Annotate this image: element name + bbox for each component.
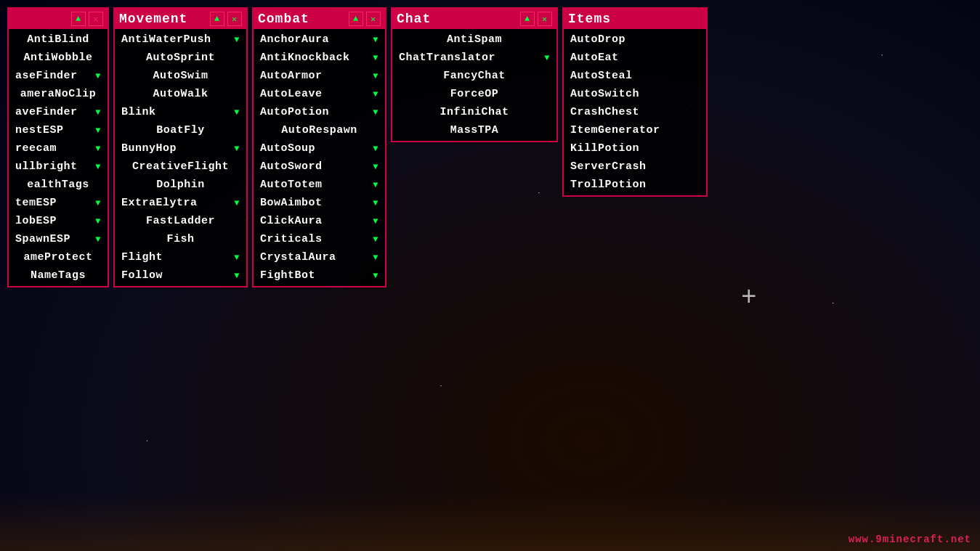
list-item[interactable]: SpawnESP▼ xyxy=(9,230,108,248)
list-item[interactable]: reecam▼ xyxy=(9,139,108,158)
list-item[interactable]: ClickAura▼ xyxy=(254,212,385,230)
list-item[interactable]: Fish xyxy=(115,230,246,248)
movement-title: Movement xyxy=(119,12,187,26)
items-body: AutoDrop AutoEat AutoSteal AutoSwitch Cr… xyxy=(564,29,706,195)
list-item[interactable]: BunnyHop▼ xyxy=(115,139,246,158)
list-item[interactable]: AutoWalk xyxy=(115,85,246,103)
list-item[interactable]: ameraNoClip xyxy=(9,85,108,103)
list-item[interactable]: FancyChat xyxy=(392,67,556,85)
list-item[interactable]: aseFinder▼ xyxy=(9,67,108,85)
list-item[interactable]: FastLadder xyxy=(115,212,246,230)
list-item[interactable]: AutoRespawn xyxy=(254,121,385,139)
list-item[interactable]: MassTPA xyxy=(392,121,556,139)
movement-panel: Movement ▲ ✕ AntiWaterPush▼ AutoSprint A… xyxy=(113,7,248,287)
list-item[interactable]: BowAimbot▼ xyxy=(254,194,385,212)
movement-header: Movement ▲ ✕ xyxy=(115,9,246,29)
list-item[interactable]: AntiKnockback▼ xyxy=(254,49,385,67)
list-item[interactable]: ServerCrash xyxy=(564,158,706,176)
list-item[interactable]: ExtraElytra▼ xyxy=(115,194,246,212)
combat-body: AnchorAura▼ AntiKnockback▼ AutoArmor▼ Au… xyxy=(254,29,385,286)
watermark: www.9minecraft.net xyxy=(849,534,971,545)
list-item[interactable]: AutoArmor▼ xyxy=(254,67,385,85)
list-item[interactable]: AutoSoup▼ xyxy=(254,139,385,158)
left-partial-body: AntiBlind AntiWobble aseFinder▼ ameraNoC… xyxy=(9,29,108,286)
list-item[interactable]: AutoSword▼ xyxy=(254,158,385,176)
list-item[interactable]: CreativeFlight xyxy=(115,158,246,176)
chat-body: AntiSpam ChatTranslator▼ FancyChat Force… xyxy=(392,29,556,141)
list-item[interactable]: Follow▼ xyxy=(115,266,246,285)
list-item[interactable]: BoatFly xyxy=(115,121,246,139)
movement-body: AntiWaterPush▼ AutoSprint AutoSwim AutoW… xyxy=(115,29,246,286)
movement-close-button[interactable]: ✕ xyxy=(227,12,242,26)
flight-item[interactable]: Flight▼ xyxy=(115,248,246,266)
items-panel: Items AutoDrop AutoEat AutoSteal AutoSwi… xyxy=(562,7,708,197)
list-item[interactable]: AutoDrop xyxy=(564,30,706,49)
list-item[interactable]: AntiBlind xyxy=(9,30,108,49)
list-item[interactable]: Criticals▼ xyxy=(254,230,385,248)
chat-close-button[interactable]: ✕ xyxy=(538,12,552,26)
list-item[interactable]: AutoSwim xyxy=(115,67,246,85)
movement-up-button[interactable]: ▲ xyxy=(210,12,224,26)
list-item[interactable]: temESP▼ xyxy=(9,194,108,212)
list-item[interactable]: AutoEat xyxy=(564,49,706,67)
add-icon[interactable]: + xyxy=(741,283,757,313)
combat-panel: Combat ▲ ✕ AnchorAura▼ AntiKnockback▼ Au… xyxy=(252,7,386,287)
list-item[interactable]: AntiSpam xyxy=(392,30,556,49)
items-header: Items xyxy=(564,9,706,29)
list-item[interactable]: AnchorAura▼ xyxy=(254,30,385,49)
chat-title: Chat xyxy=(397,12,431,26)
chat-header: Chat ▲ ✕ xyxy=(392,9,556,29)
list-item[interactable]: InfiniChat xyxy=(392,103,556,121)
combat-close-button[interactable]: ✕ xyxy=(366,12,381,26)
list-item[interactable]: ItemGenerator xyxy=(564,121,706,139)
list-item[interactable]: AutoSwitch xyxy=(564,85,706,103)
list-item[interactable]: ealthTags xyxy=(9,176,108,194)
list-item[interactable]: nestESP▼ xyxy=(9,121,108,139)
list-item[interactable]: AntiWobble xyxy=(9,49,108,67)
chat-panel: Chat ▲ ✕ AntiSpam ChatTranslator▼ FancyC… xyxy=(391,7,558,142)
list-item[interactable]: CrashChest xyxy=(564,103,706,121)
combat-up-button[interactable]: ▲ xyxy=(349,12,363,26)
list-item[interactable]: AutoSteal xyxy=(564,67,706,85)
left-close-button[interactable]: ✕ xyxy=(89,12,103,26)
left-up-button[interactable]: ▲ xyxy=(71,12,86,26)
dolphin-item[interactable]: Dolphin xyxy=(115,176,246,194)
list-item[interactable]: Blink▼ xyxy=(115,103,246,121)
list-item[interactable]: lobESP▼ xyxy=(9,212,108,230)
items-title: Items xyxy=(568,12,611,26)
left-partial-header: ▲ ✕ xyxy=(9,9,108,29)
list-item[interactable]: AutoTotem▼ xyxy=(254,176,385,194)
list-item[interactable]: AutoSprint xyxy=(115,49,246,67)
list-item[interactable]: FightBot▼ xyxy=(254,266,385,285)
list-item[interactable]: ChatTranslator▼ xyxy=(392,49,556,67)
list-item[interactable]: KillPotion xyxy=(564,139,706,158)
list-item[interactable]: ullbright▼ xyxy=(9,158,108,176)
combat-header: Combat ▲ ✕ xyxy=(254,9,385,29)
list-item[interactable]: ForceOP xyxy=(392,85,556,103)
list-item[interactable]: AutoPotion▼ xyxy=(254,103,385,121)
combat-title: Combat xyxy=(258,12,309,26)
list-item[interactable]: CrystalAura▼ xyxy=(254,248,385,266)
list-item[interactable]: AntiWaterPush▼ xyxy=(115,30,246,49)
chat-up-button[interactable]: ▲ xyxy=(520,12,535,26)
left-partial-panel: ▲ ✕ AntiBlind AntiWobble aseFinder▼ amer… xyxy=(7,7,109,287)
list-item[interactable]: AutoLeave▼ xyxy=(254,85,385,103)
list-item[interactable]: ameProtect xyxy=(9,248,108,266)
list-item[interactable]: NameTags xyxy=(9,266,108,285)
list-item[interactable]: aveFinder▼ xyxy=(9,103,108,121)
list-item[interactable]: TrollPotion xyxy=(564,176,706,194)
